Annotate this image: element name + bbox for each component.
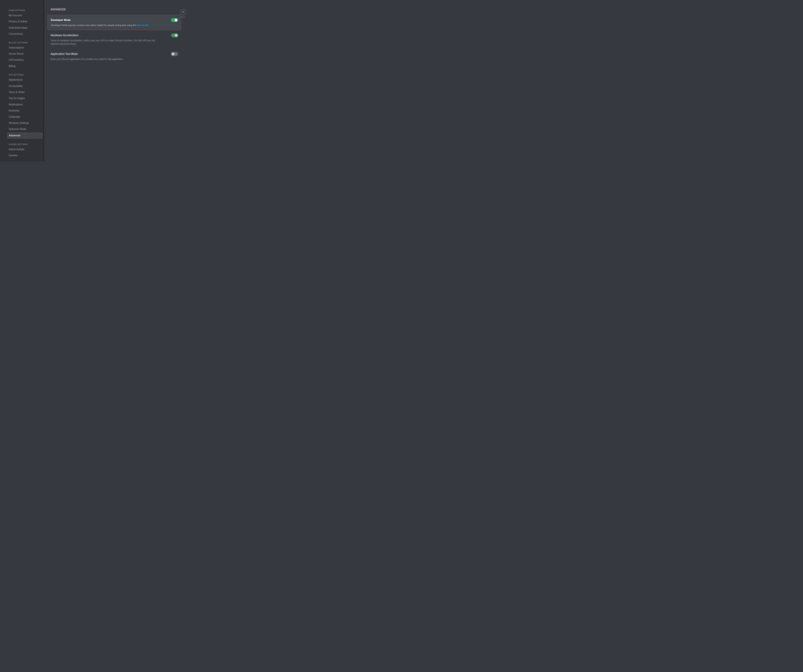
sidebar-item-authorized-apps[interactable]: Authorized Apps <box>7 25 42 31</box>
page-title: ADVANCED <box>50 8 185 11</box>
close-icon <box>182 10 185 14</box>
toggle-application-test-mode[interactable] <box>171 52 178 56</box>
setting-application-test-mode-description: Enter your Discord application ID to ena… <box>50 57 163 61</box>
setting-hardware-acceleration-title: Hardware Acceleration <box>50 34 78 37</box>
setting-application-test-mode-title: Application Test Mode <box>50 52 78 55</box>
setting-hardware-acceleration: Hardware Acceleration Turns on Hardware … <box>47 30 181 49</box>
setting-developer-mode: Developer Mode Developer Mode exposes co… <box>47 15 181 30</box>
sidebar-header-gaming-settings: GAMING SETTINGS <box>7 142 42 146</box>
sidebar-item-language[interactable]: Language <box>7 114 42 120</box>
sidebar-item-game-activity[interactable]: Game Activity <box>7 146 42 152</box>
check-icon <box>175 19 177 21</box>
sidebar-header-app-settings: APP SETTINGS <box>7 72 42 77</box>
sidebar-item-advanced[interactable]: Advanced <box>7 132 42 138</box>
sidebar-item-text-images[interactable]: Text & Images <box>7 95 42 101</box>
setting-developer-mode-description: Developer Mode exposes context menu item… <box>51 24 163 27</box>
sidebar-header-billing-settings: BILLING SETTINGS <box>7 40 42 45</box>
sidebar-item-windows-settings[interactable]: Windows Settings <box>7 120 42 126</box>
toggle-hardware-acceleration[interactable] <box>171 33 178 37</box>
sidebar-item-privacy-safety[interactable]: Privacy & Safety <box>7 19 42 24</box>
setting-application-test-mode: Application Test Mode Enter your Discord… <box>47 49 181 64</box>
sidebar-item-gift-inventory[interactable]: Gift Inventory <box>7 57 42 63</box>
close-button[interactable] <box>180 9 186 15</box>
x-icon <box>172 52 174 55</box>
sidebar-item-voice-video[interactable]: Voice & Video <box>7 89 42 95</box>
settings-sidebar: USER SETTINGS My Account Privacy & Safet… <box>0 0 44 161</box>
toggle-developer-mode[interactable] <box>171 18 178 22</box>
check-icon <box>175 34 178 37</box>
discord-api-link[interactable]: Discord API <box>137 24 148 26</box>
sidebar-item-streamer-mode[interactable]: Streamer Mode <box>7 126 42 132</box>
sidebar-item-billing[interactable]: Billing <box>7 63 42 69</box>
close-label: ESC <box>181 16 185 18</box>
sidebar-item-server-boost[interactable]: Server Boost <box>7 51 42 57</box>
sidebar-header-user-settings: USER SETTINGS <box>7 8 42 13</box>
main-content: ADVANCED Developer Mode Developer Mode e… <box>44 0 191 161</box>
setting-developer-mode-title: Developer Mode <box>51 19 71 21</box>
sidebar-item-my-account[interactable]: My Account <box>7 13 42 18</box>
sidebar-item-appearance[interactable]: Appearance <box>7 77 42 83</box>
sidebar-item-subscriptions[interactable]: Subscriptions <box>7 45 42 50</box>
sidebar-item-notifications[interactable]: Notifications <box>7 102 42 107</box>
sidebar-item-connections[interactable]: Connections <box>7 31 42 37</box>
setting-hardware-acceleration-description: Turns on Hardware Acceleration, which us… <box>50 39 163 46</box>
sidebar-item-accessibility[interactable]: Accessibility <box>7 83 42 89</box>
sidebar-item-overlay[interactable]: Overlay <box>7 153 42 158</box>
sidebar-item-keybinds[interactable]: Keybinds <box>7 108 42 114</box>
